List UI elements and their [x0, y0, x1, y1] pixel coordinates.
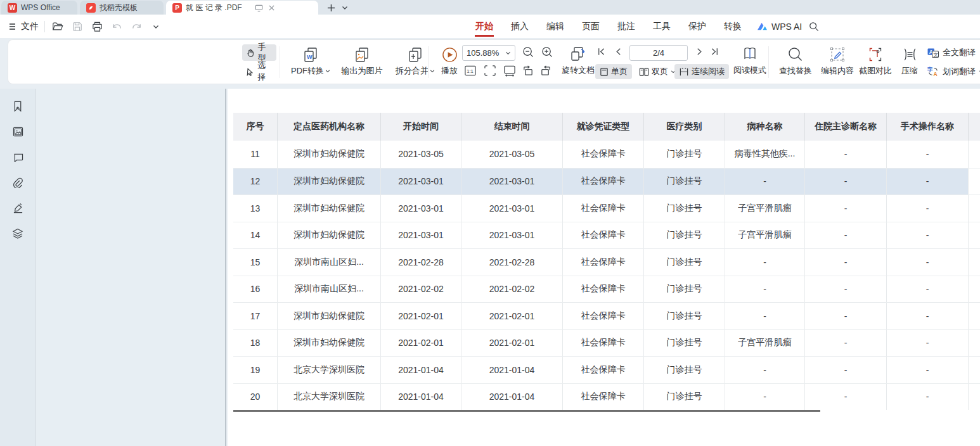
tab-protect[interactable]: 保护 [680, 15, 715, 38]
hand-tool-button[interactable]: 手型 [242, 44, 276, 61]
save-icon[interactable] [70, 20, 84, 34]
divider [280, 46, 280, 78]
double-page-button[interactable]: 双页 [635, 64, 680, 79]
wps-pdf-window: W WPS Office 找稻壳模板 P 就 医 记 录 .PDF [0, 0, 980, 446]
table-cell: 2021-03-05 [381, 141, 461, 168]
signature-icon[interactable] [11, 201, 24, 214]
double-page-icon [639, 67, 649, 77]
attachment-icon[interactable] [11, 176, 24, 189]
select-tool-button[interactable]: 选择 [242, 63, 276, 80]
table-row[interactable]: 17深圳市妇幼保健院2021-02-012021-02-01社会保障卡门诊挂号-… [233, 302, 980, 329]
zoom-out-icon[interactable] [522, 46, 535, 59]
fit-page-icon[interactable] [484, 65, 496, 77]
table-cell: 深圳市妇幼保健院 [278, 303, 381, 329]
last-page-icon[interactable] [710, 47, 719, 56]
tab-annotate[interactable]: 批注 [609, 15, 644, 38]
compress-button[interactable]: 压缩 [895, 43, 924, 75]
tab-document-pdf[interactable]: P 就 医 记 录 .PDF [166, 1, 318, 15]
table-cell: 2021-02-01 [461, 330, 563, 357]
new-tab-icon[interactable] [325, 1, 337, 14]
table-row[interactable]: 16深圳市南山区妇...2021-02-022021-02-02社会保障卡门诊挂… [233, 276, 980, 303]
export-image-label: 输出为图片 [342, 66, 383, 75]
table-cell: - [805, 249, 887, 276]
tab-list-chevron-icon[interactable] [338, 1, 351, 14]
edit-content-button[interactable]: 编辑内容 [818, 43, 857, 75]
close-tab-icon[interactable] [268, 4, 275, 11]
continuous-reading-button[interactable]: 连续阅读 [674, 64, 729, 79]
table-row[interactable]: 12深圳市妇幼保健院2021-03-012021-03-01社会保障卡门诊挂号-… [233, 168, 980, 195]
table-cell: 2021-03-01 [381, 169, 461, 195]
bookmark-icon[interactable] [11, 100, 24, 113]
rotate-document-icon [569, 42, 588, 65]
tab-tools[interactable]: 工具 [644, 15, 680, 38]
table-row[interactable]: 13深圳市妇幼保健院2021-03-012021-03-01社会保障卡门诊挂号子… [233, 194, 980, 222]
float-window-icon[interactable] [255, 4, 263, 12]
table-cell: 19 [233, 357, 278, 383]
table-cell: 门诊挂号 [644, 222, 725, 249]
tab-insert[interactable]: 插入 [502, 15, 538, 38]
first-page-icon[interactable] [596, 47, 606, 56]
rotate-left-icon[interactable] [522, 65, 534, 77]
table-row[interactable]: 19北京大学深圳医院2021-01-042021-01-04社会保障卡门诊挂号-… [233, 356, 980, 383]
table-cell: - [805, 276, 887, 303]
tab-edit[interactable]: 编辑 [538, 15, 573, 38]
undo-icon[interactable] [110, 20, 124, 34]
tab-page[interactable]: 页面 [573, 15, 609, 38]
table-cell: 17 [233, 303, 278, 329]
open-file-icon[interactable] [51, 20, 65, 34]
redo-icon[interactable] [129, 20, 143, 34]
file-menu-button[interactable]: 文件 [9, 21, 39, 32]
table-cell: 深圳市妇幼保健院 [278, 169, 381, 195]
fit-width-icon[interactable] [503, 65, 516, 77]
tab-convert[interactable]: 转换 [715, 15, 751, 38]
zoom-in-icon[interactable] [541, 46, 554, 59]
reading-mode-button[interactable]: 阅读模式 [731, 42, 769, 75]
select-tool-label: 选择 [257, 60, 273, 83]
find-replace-button[interactable]: 查找替换 [776, 43, 815, 75]
print-icon[interactable] [90, 20, 104, 34]
export-image-button[interactable]: 输出为图片 [336, 43, 388, 75]
comment-panel-icon[interactable] [11, 151, 24, 163]
pdf-convert-button[interactable]: W PDF转换 [287, 43, 334, 75]
tab-wps-office[interactable]: W WPS Office [1, 1, 77, 15]
table-row[interactable]: 15深圳市南山区妇...2021-02-282021-02-28社会保障卡门诊挂… [233, 248, 980, 276]
wps-ai-button[interactable]: WPS AI [751, 22, 808, 32]
table-row[interactable]: 11深圳市妇幼保健院2021-03-052021-03-05社会保障卡门诊挂号病… [233, 141, 980, 168]
reading-mode-label: 阅读模式 [733, 65, 766, 75]
search-icon[interactable] [806, 19, 822, 34]
table-cell: - [725, 303, 805, 329]
screenshot-compare-button[interactable]: 截图对比 [856, 43, 895, 75]
table-cell: 15 [233, 249, 278, 276]
single-page-button[interactable]: 单页 [595, 64, 632, 79]
thumbnail-panel-icon[interactable] [11, 125, 24, 138]
page-number-input[interactable]: 2/4 [629, 45, 688, 61]
rotate-document-button[interactable]: 旋转文档 [557, 42, 599, 75]
table-cell: 北京大学深圳医院 [278, 384, 381, 411]
word-translate-button[interactable]: 字A 划词翻译 [927, 64, 980, 79]
layers-icon[interactable] [11, 227, 24, 239]
quick-access-chevron-icon[interactable] [149, 20, 163, 34]
full-translate-button[interactable]: A文 全文翻译 [927, 45, 976, 60]
table-cell: 门诊挂号 [644, 303, 725, 329]
rotate-right-icon[interactable] [539, 65, 552, 77]
next-page-icon[interactable] [696, 47, 704, 56]
play-button[interactable]: 播放 [434, 43, 465, 75]
table-cell: 深圳市南山区妇... [278, 276, 381, 303]
table-cell: 社会保障卡 [563, 303, 644, 329]
menu-bar: 文件 开始 插入 编辑 页面 [0, 15, 980, 38]
previous-page-icon[interactable] [614, 47, 622, 56]
window-tab-bar: W WPS Office 找稻壳模板 P 就 医 记 录 .PDF [0, 0, 980, 15]
split-merge-icon [407, 43, 423, 66]
tab-home[interactable]: 开始 [467, 15, 502, 38]
zoom-level-select[interactable]: 105.88% [462, 45, 515, 61]
table-header-cell: 就诊凭证类型 [563, 113, 644, 141]
tab-docer-templates[interactable]: 找稻壳模板 [80, 1, 164, 15]
table-row[interactable]: 20北京大学深圳医院2021-01-042021-01-04社会保障卡门诊挂号-… [233, 383, 980, 411]
table-row[interactable]: 14深圳市妇幼保健院2021-03-012021-03-01社会保障卡门诊挂号子… [233, 222, 980, 249]
table-cell: - [805, 303, 887, 329]
table-cell: 门诊挂号 [644, 330, 725, 357]
actual-size-icon[interactable]: 1:1 [464, 65, 477, 77]
table-cell: 2021-01-04 [461, 357, 563, 383]
split-merge-button[interactable]: 拆分合并 [391, 43, 439, 75]
table-row[interactable]: 18深圳市妇幼保健院2021-02-012021-02-01社会保障卡门诊挂号子… [233, 329, 980, 357]
